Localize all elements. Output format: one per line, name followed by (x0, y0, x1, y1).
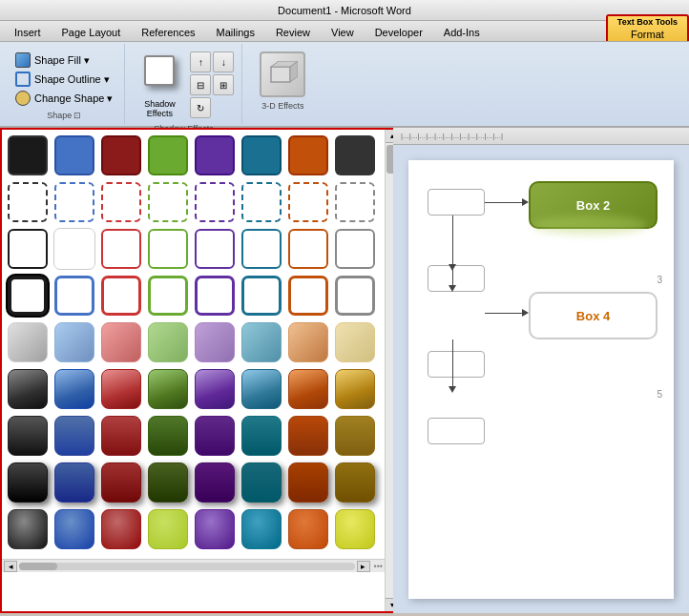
shape-grad-gray[interactable] (8, 322, 48, 362)
shape-outline-green[interactable] (148, 229, 188, 269)
shape-thick-orange[interactable] (288, 276, 328, 316)
shape-dark-blue[interactable] (54, 416, 94, 456)
shape-gloss-blue[interactable] (54, 369, 94, 409)
box-4[interactable]: Box 4 (529, 292, 658, 339)
tab-references[interactable]: References (131, 22, 205, 41)
arrange-btn-3[interactable]: ⊟ (190, 74, 211, 95)
tab-review[interactable]: Review (265, 22, 321, 41)
shape-solid-black[interactable] (8, 135, 48, 175)
shape-thick-teal[interactable] (241, 276, 282, 316)
shape-thick-black-selected[interactable] (8, 276, 48, 316)
shape-outline-black[interactable] (8, 229, 48, 269)
shape-glow-blue[interactable] (54, 509, 94, 549)
shape-grad-green[interactable] (148, 322, 188, 362)
arrange-btn-5[interactable]: ↻ (190, 97, 211, 118)
shape-dark-teal[interactable] (241, 416, 282, 456)
shape-gloss-purple[interactable] (195, 369, 235, 409)
shape-outline-gray[interactable] (335, 229, 375, 269)
shape-outline-red[interactable] (101, 229, 141, 269)
shape-glow-yellow-green[interactable] (148, 509, 188, 549)
shape-outline-button[interactable]: Shape Outline ▾ (11, 71, 116, 88)
shape-glow-black[interactable] (8, 509, 48, 549)
tab-format[interactable]: Format (616, 28, 679, 41)
shape-shadow-orange[interactable] (288, 462, 328, 503)
shape-dark-yellow[interactable] (335, 416, 375, 456)
shape-grad-purple[interactable] (195, 322, 235, 362)
shape-shadow-blue[interactable] (54, 462, 94, 503)
tab-insert[interactable]: Insert (4, 22, 52, 41)
shape-grad-orange[interactable] (288, 322, 328, 362)
shape-glow-yellow[interactable] (335, 509, 375, 549)
shape-glow-red[interactable] (101, 509, 141, 549)
shape-grad-teal[interactable] (241, 322, 282, 362)
scroll-h-thumb[interactable] (19, 563, 57, 570)
shape-shadow-yellow[interactable] (335, 462, 375, 503)
scroll-right-btn[interactable]: ▸ (357, 561, 370, 572)
shape-solid-darkred[interactable] (101, 135, 141, 175)
arrow-line-h2 (485, 313, 525, 314)
tab-mailings[interactable]: Mailings (206, 22, 265, 41)
shape-dark-red[interactable] (101, 416, 141, 456)
shape-solid-orange[interactable] (288, 135, 328, 175)
shape-dark-orange[interactable] (288, 416, 328, 456)
shape-gloss-green[interactable] (148, 369, 188, 409)
3d-effects-button[interactable] (252, 48, 313, 101)
shape-outline-purple[interactable] (195, 229, 235, 269)
shape-outline-orange[interactable] (288, 229, 328, 269)
shape-glow-orange[interactable] (288, 509, 328, 549)
shape-glow-purple[interactable] (195, 509, 235, 549)
shape-dark-black[interactable] (8, 416, 48, 456)
shape-dashed-purple[interactable] (195, 182, 235, 222)
shape-grad-yellow[interactable] (335, 322, 375, 362)
shape-glow-teal[interactable] (241, 509, 282, 549)
arrange-btn-2[interactable]: ↓ (213, 51, 234, 72)
shape-solid-green[interactable] (148, 135, 188, 175)
scroll-left-btn[interactable]: ◂ (4, 561, 17, 572)
tab-view[interactable]: View (321, 22, 365, 41)
shape-grad-red[interactable] (101, 322, 141, 362)
change-shape-button[interactable]: Change Shape ▾ (11, 90, 116, 107)
tab-developer[interactable]: Developer (365, 22, 433, 41)
shape-solid-purple[interactable] (195, 135, 235, 175)
shape-gloss-orange[interactable] (288, 369, 328, 409)
shape-shadow-black[interactable] (8, 462, 48, 503)
shape-dashed-green[interactable] (148, 182, 188, 222)
shape-gloss-black[interactable] (8, 369, 48, 409)
shape-outline-white[interactable] (54, 229, 94, 269)
shape-shadow-red[interactable] (101, 462, 141, 503)
shape-dashed-black[interactable] (8, 182, 48, 222)
shape-dashed-teal[interactable] (241, 182, 282, 222)
shape-group-expand[interactable]: ⊡ (73, 111, 81, 120)
shape-thick-purple[interactable] (195, 276, 235, 316)
shape-gloss-red[interactable] (101, 369, 141, 409)
arrow-head-3 (449, 386, 456, 393)
shape-shadow-teal[interactable] (241, 462, 282, 503)
shape-dark-green[interactable] (148, 416, 188, 456)
shape-gloss-yellow[interactable] (335, 369, 375, 409)
shape-thick-red[interactable] (101, 276, 141, 316)
shape-dashed-gray[interactable] (335, 182, 375, 222)
arrange-btn-1[interactable]: ↑ (190, 51, 211, 72)
arrow-head-2 (449, 285, 456, 292)
shape-thick-blue[interactable] (54, 276, 94, 316)
tab-page-layout[interactable]: Page Layout (52, 22, 132, 41)
shape-fill-button[interactable]: Shape Fill ▾ (11, 51, 116, 69)
shape-thick-gray[interactable] (335, 276, 375, 316)
shape-solid-blue[interactable] (54, 135, 94, 175)
shape-solid-teal[interactable] (241, 135, 282, 175)
shape-dashed-red[interactable] (101, 182, 141, 222)
tab-add-ins[interactable]: Add-Ins (433, 22, 491, 41)
shape-dark-purple[interactable] (195, 416, 235, 456)
shape-grad-blue[interactable] (54, 322, 94, 362)
arrow-line-3 (452, 339, 453, 387)
shape-shadow-green[interactable] (148, 462, 188, 503)
shadow-effects-button[interactable]: ShadowEffects (133, 48, 186, 122)
shape-shadow-purple[interactable] (195, 462, 235, 503)
shape-gloss-teal[interactable] (241, 369, 282, 409)
shape-thick-green[interactable] (148, 276, 188, 316)
shape-dashed-orange[interactable] (288, 182, 328, 222)
3d-effects-label: 3-D Effects (261, 101, 303, 111)
shape-outline-teal[interactable] (241, 229, 282, 269)
arrange-btn-4[interactable]: ⊞ (213, 74, 234, 95)
shape-dashed-blue[interactable] (54, 182, 94, 222)
